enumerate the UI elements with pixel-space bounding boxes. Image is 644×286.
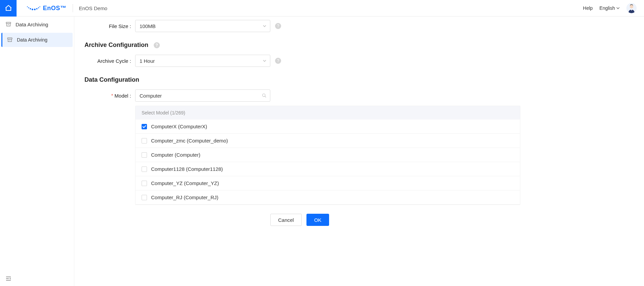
user-avatar[interactable]: [626, 3, 637, 13]
model-checkbox[interactable]: [142, 181, 147, 186]
archive-icon: [7, 37, 13, 43]
home-button[interactable]: [0, 0, 17, 17]
model-select-panel: Select Model (1/269) ComputerX (Computer…: [135, 106, 520, 205]
model-row[interactable]: Computer_RJ (Computer_RJ): [135, 190, 520, 205]
model-label: * Model :: [84, 93, 135, 99]
svg-rect-10: [6, 22, 11, 24]
svg-point-12: [263, 94, 265, 97]
sidebar-item-label: Data Archiving: [17, 37, 47, 43]
model-row[interactable]: Computer_YZ (Computer_YZ): [135, 176, 520, 190]
chevron-down-icon: [263, 25, 267, 27]
model-checkbox[interactable]: [142, 138, 147, 144]
svg-point-6: [38, 7, 39, 8]
model-checkbox[interactable]: [142, 166, 147, 172]
caret-down-icon: [616, 7, 620, 9]
svg-point-9: [630, 5, 634, 8]
svg-point-4: [34, 9, 36, 10]
required-indicator: *: [111, 93, 114, 98]
model-row[interactable]: Computer_zmc (Computer_demo): [135, 134, 520, 148]
archive-cycle-select[interactable]: 1 Hour: [135, 55, 270, 67]
model-list[interactable]: ComputerX (ComputerX)Computer_zmc (Compu…: [135, 120, 520, 205]
model-row-label: Computer_zmc (Computer_demo): [151, 138, 228, 144]
sidebar-item-data-archiving[interactable]: Data Archiving: [1, 33, 73, 47]
archive-cycle-help[interactable]: ?: [275, 58, 281, 64]
cancel-button[interactable]: Cancel: [270, 214, 302, 226]
model-row: * Model :: [84, 89, 634, 102]
model-row[interactable]: ComputerX (ComputerX): [135, 120, 520, 134]
model-panel-header: Select Model (1/269): [135, 106, 520, 120]
brand-logo[interactable]: EnOS™: [17, 5, 73, 12]
model-search-field[interactable]: [140, 93, 260, 99]
svg-point-2: [30, 8, 31, 9]
file-size-value: 100MB: [140, 23, 156, 29]
search-icon: [262, 93, 267, 98]
svg-point-5: [36, 8, 38, 9]
language-selector[interactable]: English: [599, 5, 620, 11]
model-label-text: Model :: [115, 93, 131, 99]
data-section-label: Data Configuration: [84, 76, 139, 83]
model-row-label: ComputerX (ComputerX): [151, 124, 207, 129]
avatar-icon: [626, 3, 637, 13]
model-checkbox[interactable]: [142, 124, 147, 129]
file-size-label: File Size :: [84, 23, 135, 29]
archive-section-help[interactable]: ?: [154, 42, 160, 48]
model-row-label: Computer (Computer): [151, 152, 200, 158]
file-size-row: File Size : 100MB ?: [84, 20, 634, 32]
help-link[interactable]: Help: [583, 5, 593, 11]
model-search-input[interactable]: [135, 89, 270, 102]
svg-point-7: [40, 6, 40, 7]
home-icon: [4, 4, 13, 12]
archive-cycle-label: Archive Cycle :: [84, 58, 135, 64]
file-size-select[interactable]: 100MB: [135, 20, 270, 32]
sidebar-title-label: Data Archiving: [16, 22, 48, 27]
collapse-icon: [5, 276, 11, 281]
chevron-down-icon: [263, 59, 267, 62]
language-label: English: [599, 5, 615, 11]
model-checkbox[interactable]: [142, 152, 147, 158]
archive-cycle-value: 1 Hour: [140, 58, 155, 64]
main-content: File Size : 100MB ? Archive Configuratio…: [74, 17, 644, 286]
data-section-title: Data Configuration: [84, 76, 634, 83]
action-row: Cancel OK: [270, 214, 634, 226]
sidebar: Data Archiving Data Archiving: [0, 17, 74, 286]
svg-rect-11: [7, 38, 12, 39]
ok-button[interactable]: OK: [306, 214, 329, 226]
top-header: EnOS™ EnOS Demo Help English: [0, 0, 644, 17]
model-row[interactable]: Computer (Computer): [135, 148, 520, 162]
archive-section-title: Archive Configuration ?: [84, 42, 634, 49]
brand-text: EnOS™: [43, 5, 67, 12]
sidebar-section-title: Data Archiving: [0, 17, 74, 32]
app-title: EnOS Demo: [73, 5, 107, 11]
model-row[interactable]: Computer1128 (Computer1128): [135, 162, 520, 176]
sidebar-collapse-button[interactable]: [0, 272, 74, 286]
file-size-help[interactable]: ?: [275, 23, 281, 29]
model-row-label: Computer1128 (Computer1128): [151, 166, 223, 172]
svg-point-0: [27, 6, 28, 7]
archive-section-label: Archive Configuration: [84, 42, 148, 49]
svg-point-3: [32, 9, 33, 10]
svg-point-1: [28, 7, 29, 8]
model-row-label: Computer_YZ (Computer_YZ): [151, 180, 219, 186]
model-checkbox[interactable]: [142, 195, 147, 200]
archive-icon: [5, 21, 11, 27]
brand-dots-icon: [26, 5, 41, 11]
archive-cycle-row: Archive Cycle : 1 Hour ?: [84, 55, 634, 67]
model-row-label: Computer_RJ (Computer_RJ): [151, 194, 218, 200]
